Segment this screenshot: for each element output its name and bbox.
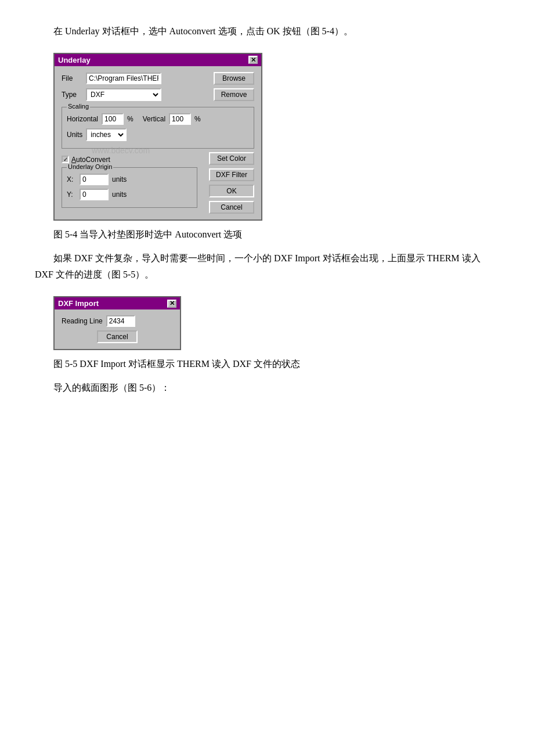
underlay-dialog: Underlay ✕ File Browse Type DXF [53,53,262,221]
left-controls: AutoConvert Underlay Origin X: units Y: [62,152,197,214]
dxf-filter-button[interactable]: DXF Filter [209,168,254,181]
units-row: Units inches [67,128,249,141]
reading-line-input [106,315,135,327]
dxf-cancel-button[interactable]: Cancel [97,330,138,343]
percent-h: % [127,115,134,123]
underlay-origin-group: Underlay Origin X: units Y: units [62,167,197,208]
dxf-import-body: Reading Line Cancel [55,309,180,349]
vertical-label: Vertical [143,115,165,123]
units-label: Units [67,131,82,139]
underlay-origin-title: Underlay Origin [67,163,113,170]
fig55-label: 图 5-5 DXF Import 对话框显示 THERM 读入 DXF 文件的状… [53,356,499,373]
horizontal-input[interactable] [102,113,124,125]
browse-button[interactable]: Browse [214,72,254,85]
y-row: Y: units [67,189,192,200]
type-label: Type [62,91,82,99]
autoconvert-label: AutoConvert [71,156,110,164]
reading-line-row: Reading Line [62,315,173,327]
intro-paragraph: 在 Underlay 对话框中，选中 Autoconvert 选项，点击 OK … [35,23,499,40]
fig54-label: 图 5-4 当导入衬垫图形时选中 Autoconvert 选项 [53,226,499,243]
autoconvert-checkbox[interactable] [62,156,69,163]
fig56-intro: 导入的截面图形（图 5-6）： [35,380,499,397]
remove-button[interactable]: Remove [214,88,254,101]
dxf-import-dialog: DXF Import ✕ Reading Line Cancel [53,296,181,350]
right-buttons: Set Color DXF Filter OK Cancel [209,152,254,214]
underlay-body: File Browse Type DXF Remove [55,66,261,219]
dxf-import-title: DXF Import [58,299,99,308]
file-input[interactable] [86,73,161,84]
dxf-close-icon[interactable]: ✕ [167,300,176,308]
figure-55-container: DXF Import ✕ Reading Line Cancel [35,290,181,356]
x-input[interactable] [80,174,109,185]
x-row: X: units [67,174,192,185]
type-row: Type DXF Remove [62,88,254,101]
file-row: File Browse [62,72,254,85]
body-paragraph: 如果 DXF 文件复杂，导入时需要一些时间，一个小的 DXF Import 对话… [35,250,499,284]
reading-line-label: Reading Line [62,317,103,325]
dxf-import-titlebar: DXF Import ✕ [55,297,180,309]
scaling-group: Scaling Horizontal % Vertical % Units in… [62,107,254,149]
y-input[interactable] [80,189,109,200]
x-units-label: units [112,175,127,183]
units-select[interactable]: inches [86,128,127,141]
underlay-titlebar: Underlay ✕ [55,54,261,66]
figure-54-container: Underlay ✕ File Browse Type DXF [35,47,262,226]
ok-button[interactable]: OK [209,185,254,197]
close-icon[interactable]: ✕ [248,56,258,64]
y-units-label: units [112,190,127,199]
underlay-title: Underlay [58,56,91,64]
autoconvert-row: AutoConvert [62,156,197,164]
scaling-horizontal-row: Horizontal % Vertical % [67,113,249,125]
y-label: Y: [67,190,76,199]
horizontal-label: Horizontal [67,115,98,123]
type-select[interactable]: DXF [86,88,161,101]
percent-v: % [194,115,201,123]
vertical-input[interactable] [169,113,191,125]
set-color-button[interactable]: Set Color [209,152,254,165]
x-label: X: [67,175,76,183]
cancel-button[interactable]: Cancel [209,201,254,214]
file-label: File [62,74,82,82]
scaling-title: Scaling [67,103,90,110]
